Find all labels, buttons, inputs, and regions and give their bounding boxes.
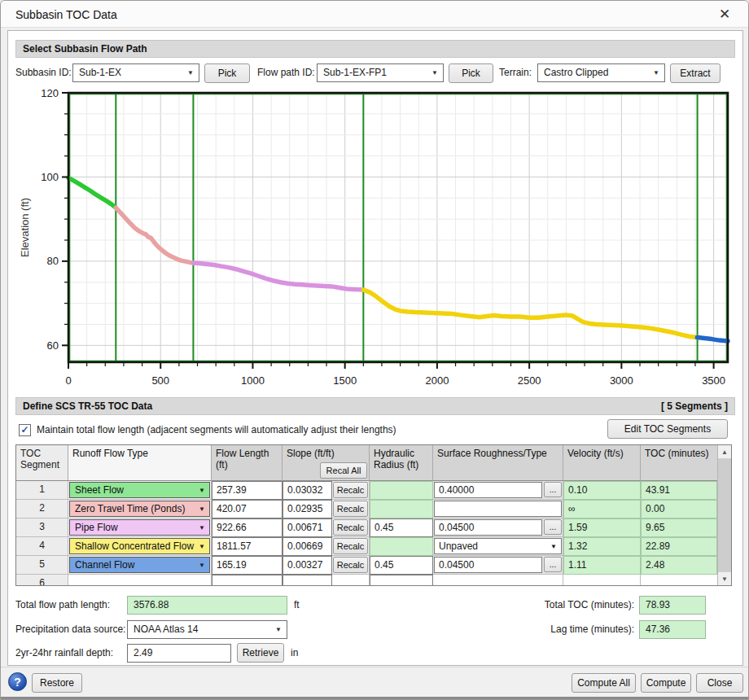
velocity-cell: 1.32 <box>563 537 641 556</box>
recalc-button[interactable]: Recalc <box>333 501 368 517</box>
dropdown-arrow-icon: ▼ <box>550 539 557 554</box>
flow-type-cell: Pipe Flow▼ <box>68 518 212 537</box>
dropdown-arrow-icon: ▼ <box>199 520 205 536</box>
scroll-up-icon[interactable]: ▲ <box>718 445 731 459</box>
svg-text:0: 0 <box>65 374 71 387</box>
flow-type-cell: Sheet Flow▼ <box>68 481 212 500</box>
flow-length-input[interactable]: 165.19 <box>212 556 283 575</box>
scrollbar-thumb[interactable] <box>718 459 731 571</box>
compute-button[interactable]: Compute <box>641 673 691 693</box>
flow-length-input[interactable]: 257.39 <box>212 481 283 500</box>
pick-subbasin-button[interactable]: Pick <box>204 63 250 83</box>
flow-type-cell: Zero Travel Time (Ponds)▼ <box>68 500 212 518</box>
slope-input[interactable]: 0.00671 <box>283 518 332 537</box>
help-icon[interactable]: ? <box>8 672 27 691</box>
dropdown-arrow-icon: ▼ <box>199 558 205 573</box>
total-length-field: 3576.88 <box>127 596 287 615</box>
svg-text:1000: 1000 <box>241 374 265 387</box>
surface-roughness-cell <box>433 575 563 586</box>
terrain-dropdown[interactable]: Castro Clipped ▼ <box>537 63 665 82</box>
segment-number: 3 <box>16 518 68 537</box>
roughness-input[interactable]: 0.04500 <box>434 557 542 573</box>
rainfall-depth-unit: in <box>291 644 298 662</box>
slope-input[interactable]: 0.03032 <box>283 481 332 500</box>
recalc-button[interactable]: Recalc <box>333 538 368 554</box>
col-header-velocity: Velocity (ft/s) <box>563 445 641 481</box>
precip-source-dropdown[interactable]: NOAA Atlas 14 ▼ <box>127 620 287 639</box>
precip-source-label: Precipitation data source: <box>15 620 125 638</box>
hydraulic-radius-input[interactable]: 0.45 <box>370 518 433 537</box>
close-icon[interactable]: ✕ <box>714 6 735 24</box>
scroll-down-icon[interactable]: ▼ <box>718 571 731 585</box>
flow-type-dropdown[interactable]: Sheet Flow▼ <box>69 482 210 498</box>
col-header-toc-segment: TOC Segment <box>16 445 68 481</box>
recalc-cell <box>332 575 370 586</box>
roughness-picker-button[interactable]: ... <box>544 482 562 497</box>
rainfall-depth-input[interactable]: 2.49 <box>127 644 231 663</box>
toc-minutes-cell <box>641 575 717 586</box>
elevation-profile-chart: 05001000150020002500300035006080100120El… <box>1 82 749 396</box>
segment-number: 2 <box>16 500 68 518</box>
flow-type-cell: Shallow Concentrated Flow▼ <box>68 537 212 556</box>
recal-all-button[interactable]: Recal All <box>320 462 367 479</box>
close-button[interactable]: Close <box>696 673 743 693</box>
table-row: 1 Sheet Flow▼ 257.39 0.03032 Recalc 0.40… <box>16 481 731 500</box>
elevation-profile-svg: 05001000150020002500300035006080100120El… <box>1 82 749 396</box>
flow-path-id-label: Flow path ID: <box>257 63 315 81</box>
compute-all-button[interactable]: Compute All <box>572 673 636 693</box>
flow-type-value: Shallow Concentrated Flow <box>75 540 194 552</box>
roughness-type-dropdown[interactable]: Unpaved▼ <box>434 538 562 554</box>
window-title: Subbasin TOC Data <box>15 8 117 21</box>
retrieve-button[interactable]: Retrieve <box>237 643 284 663</box>
flow-path-id-dropdown[interactable]: Sub-1-EX-FP1 ▼ <box>317 63 444 82</box>
roughness-input[interactable]: 0.04500 <box>434 519 542 536</box>
table-scrollbar[interactable]: ▲ ▼ <box>717 445 731 585</box>
recalc-button[interactable]: Recalc <box>333 519 368 536</box>
velocity-cell <box>563 575 641 586</box>
col-header-surface-roughness: Surface Roughness/Type <box>433 445 563 481</box>
svg-text:Elevation (ft): Elevation (ft) <box>19 198 31 257</box>
flow-length-input[interactable]: 922.66 <box>212 518 283 537</box>
velocity-cell: 0.10 <box>563 481 641 500</box>
hydraulic-radius-cell <box>370 537 433 556</box>
maintain-length-label: Maintain total flow length (adjacent seg… <box>37 422 396 437</box>
lag-time-field: 47.36 <box>639 620 706 639</box>
roughness-picker-button[interactable]: ... <box>544 519 562 535</box>
recalc-cell: Recalc <box>332 537 370 556</box>
roughness-input[interactable]: 0.40000 <box>434 482 542 498</box>
recalc-button[interactable]: Recalc <box>333 557 368 573</box>
segment-number: 6 <box>16 575 68 586</box>
slope-input[interactable]: 0.00669 <box>283 537 332 556</box>
slope-input[interactable] <box>283 575 332 586</box>
hydraulic-radius-cell <box>370 500 433 518</box>
segments-count-badge: [ 5 Segments ] <box>661 398 728 414</box>
roughness-picker-button[interactable]: ... <box>544 557 562 572</box>
flow-type-dropdown[interactable]: Zero Travel Time (Ponds)▼ <box>69 501 210 517</box>
slope-input[interactable]: 0.02935 <box>283 500 332 518</box>
roughness-type-value: Unpaved <box>439 540 478 552</box>
flow-type-dropdown[interactable]: Pipe Flow▼ <box>69 519 210 536</box>
restore-button[interactable]: Restore <box>32 673 82 693</box>
flow-type-value: Zero Travel Time (Ponds) <box>75 503 185 514</box>
hydraulic-radius-input[interactable]: 0.45 <box>370 556 433 575</box>
recalc-button[interactable]: Recalc <box>333 482 368 498</box>
flow-type-dropdown[interactable]: Channel Flow▼ <box>69 557 210 573</box>
flow-path-id-value: Sub-1-EX-FP1 <box>323 67 387 78</box>
flow-type-dropdown[interactable]: Shallow Concentrated Flow▼ <box>69 538 210 554</box>
extract-button[interactable]: Extract <box>670 63 721 83</box>
dropdown-arrow-icon: ▼ <box>187 64 194 81</box>
recalc-cell: Recalc <box>332 518 370 537</box>
maintain-length-checkbox[interactable]: ✓ <box>19 424 31 436</box>
subbasin-id-dropdown[interactable]: Sub-1-EX ▼ <box>72 63 199 82</box>
col-header-toc-minutes: TOC (minutes) <box>641 445 717 481</box>
flow-length-input[interactable]: 420.07 <box>212 500 283 518</box>
edit-toc-segments-button[interactable]: Edit TOC Segments <box>607 419 728 439</box>
table-row: 6 <box>16 575 731 586</box>
pick-flowpath-button[interactable]: Pick <box>449 63 493 83</box>
col-header-slope: Slope (ft/ft) Recal All <box>283 445 370 481</box>
slope-input[interactable]: 0.00327 <box>283 556 332 575</box>
flow-length-input[interactable]: 1811.57 <box>212 537 283 556</box>
title-bar: Subbasin TOC Data ✕ <box>1 1 748 28</box>
flow-length-input[interactable] <box>212 575 283 586</box>
subbasin-id-value: Sub-1-EX <box>79 67 121 78</box>
